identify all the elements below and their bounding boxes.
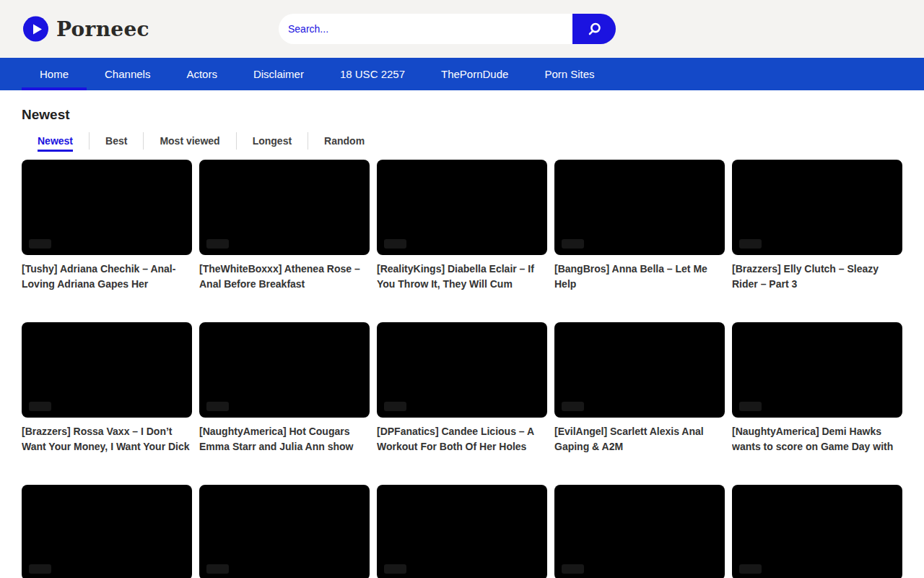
duration-badge [562, 239, 584, 249]
nav-item-label: Actors [186, 68, 217, 80]
video-card-7[interactable]: [DPFanatics] Candee Licious – A Workout … [377, 322, 547, 454]
tab-1[interactable]: Best [90, 132, 144, 150]
tab-label: Random [324, 135, 365, 147]
video-thumbnail[interactable] [377, 160, 547, 255]
tab-2[interactable]: Most viewed [144, 132, 236, 150]
brand-name: Porneec [56, 17, 149, 41]
tab-label: Longest [253, 135, 292, 147]
main-nav: Home Channels Actors Disclaimer 18 USC 2… [0, 58, 924, 90]
nav-item-5[interactable]: ThePornDude [423, 58, 526, 90]
video-thumbnail[interactable] [732, 485, 902, 578]
site-header: Porneec [0, 0, 924, 58]
tab-3[interactable]: Longest [237, 132, 308, 150]
nav-item-6[interactable]: Porn Sites [526, 58, 612, 90]
video-title[interactable]: [NaughtyAmerica] Demi Hawks wants to sco… [732, 424, 902, 454]
video-thumbnail[interactable] [732, 160, 902, 255]
duration-badge [29, 239, 51, 249]
search-bar [279, 14, 616, 44]
video-title[interactable]: [Brazzers] Elly Clutch – Sleazy Rider – … [732, 262, 902, 292]
duration-badge [206, 564, 229, 574]
video-card-1[interactable]: [TheWhiteBoxxx] Athenea Rose – Anal Befo… [199, 160, 370, 292]
duration-badge [206, 239, 229, 249]
duration-badge [384, 564, 406, 574]
video-card-3[interactable]: [BangBros] Anna Bella – Let Me Help [554, 160, 725, 292]
play-icon [23, 17, 48, 42]
duration-badge [739, 564, 762, 574]
duration-badge [384, 239, 406, 249]
tab-4[interactable]: Random [308, 132, 380, 150]
sort-tabs: Newest Best Most viewed Longest Random [22, 132, 902, 150]
nav-item-3[interactable]: Disclaimer [235, 58, 322, 90]
video-card-5[interactable]: [Brazzers] Rossa Vaxx – I Don’t Want You… [22, 322, 192, 454]
search-input[interactable] [279, 14, 572, 44]
duration-badge [562, 564, 584, 574]
video-thumbnail[interactable] [554, 485, 725, 578]
search-button[interactable] [572, 14, 616, 44]
video-title[interactable]: [TheWhiteBoxxx] Athenea Rose – Anal Befo… [199, 262, 370, 292]
video-card-9[interactable]: [NaughtyAmerica] Demi Hawks wants to sco… [732, 322, 902, 454]
video-card-11[interactable] [199, 485, 370, 578]
video-thumbnail[interactable] [199, 322, 370, 418]
duration-badge [29, 564, 51, 574]
video-thumbnail[interactable] [199, 160, 370, 255]
nav-item-2[interactable]: Actors [168, 58, 235, 90]
video-title[interactable]: [Tushy] Adriana Chechik – Anal-Loving Ad… [22, 262, 192, 292]
video-thumbnail[interactable] [554, 160, 725, 255]
tab-0[interactable]: Newest [22, 132, 90, 150]
nav-item-label: Channels [105, 68, 150, 80]
nav-item-label: ThePornDude [441, 68, 508, 80]
video-title[interactable]: [NaughtyAmerica] Hot Cougars Emma Starr … [199, 424, 370, 454]
video-thumbnail[interactable] [22, 160, 192, 255]
brand-logo[interactable]: Porneec [23, 17, 149, 42]
nav-item-label: 18 USC 2257 [340, 68, 405, 80]
video-title[interactable]: [Brazzers] Rossa Vaxx – I Don’t Want You… [22, 424, 192, 454]
tab-label: Newest [38, 135, 73, 147]
video-card-0[interactable]: [Tushy] Adriana Chechik – Anal-Loving Ad… [22, 160, 192, 292]
nav-item-label: Disclaimer [253, 68, 304, 80]
duration-badge [384, 402, 406, 411]
nav-item-label: Home [40, 68, 69, 80]
video-card-10[interactable] [22, 485, 192, 578]
video-thumbnail[interactable] [554, 322, 725, 418]
nav-item-0[interactable]: Home [22, 58, 87, 90]
video-card-2[interactable]: [RealityKings] Diabella Eclair – If You … [377, 160, 547, 292]
video-thumbnail[interactable] [377, 485, 547, 578]
video-title[interactable]: [BangBros] Anna Bella – Let Me Help [554, 262, 725, 292]
nav-item-label: Porn Sites [544, 68, 594, 80]
video-card-6[interactable]: [NaughtyAmerica] Hot Cougars Emma Starr … [199, 322, 370, 454]
tab-label: Best [105, 135, 127, 147]
search-icon [586, 21, 603, 38]
video-card-14[interactable] [732, 485, 902, 578]
nav-item-1[interactable]: Channels [87, 58, 168, 90]
nav-item-4[interactable]: 18 USC 2257 [322, 58, 423, 90]
video-card-12[interactable] [377, 485, 547, 578]
duration-badge [206, 402, 229, 411]
video-card-8[interactable]: [EvilAngel] Scarlett Alexis Anal Gaping … [554, 322, 725, 454]
video-grid: [Tushy] Adriana Chechik – Anal-Loving Ad… [22, 160, 902, 578]
video-thumbnail[interactable] [22, 322, 192, 418]
video-thumbnail[interactable] [22, 485, 192, 578]
video-title[interactable]: [DPFanatics] Candee Licious – A Workout … [377, 424, 547, 454]
video-thumbnail[interactable] [732, 322, 902, 418]
tab-label: Most viewed [160, 135, 219, 147]
duration-badge [739, 402, 762, 411]
duration-badge [29, 402, 51, 411]
video-thumbnail[interactable] [199, 485, 370, 578]
duration-badge [739, 239, 762, 249]
video-card-13[interactable] [554, 485, 725, 578]
page-title: Newest [22, 107, 902, 123]
video-title[interactable]: [EvilAngel] Scarlett Alexis Anal Gaping … [554, 424, 725, 454]
play-triangle [33, 24, 42, 34]
video-title[interactable]: [RealityKings] Diabella Eclair – If You … [377, 262, 547, 292]
main-content: Newest Newest Best Most viewed Longest R… [0, 107, 924, 578]
video-card-4[interactable]: [Brazzers] Elly Clutch – Sleazy Rider – … [732, 160, 902, 292]
duration-badge [562, 402, 584, 411]
video-thumbnail[interactable] [377, 322, 547, 418]
main-nav-items: Home Channels Actors Disclaimer 18 USC 2… [0, 58, 924, 90]
